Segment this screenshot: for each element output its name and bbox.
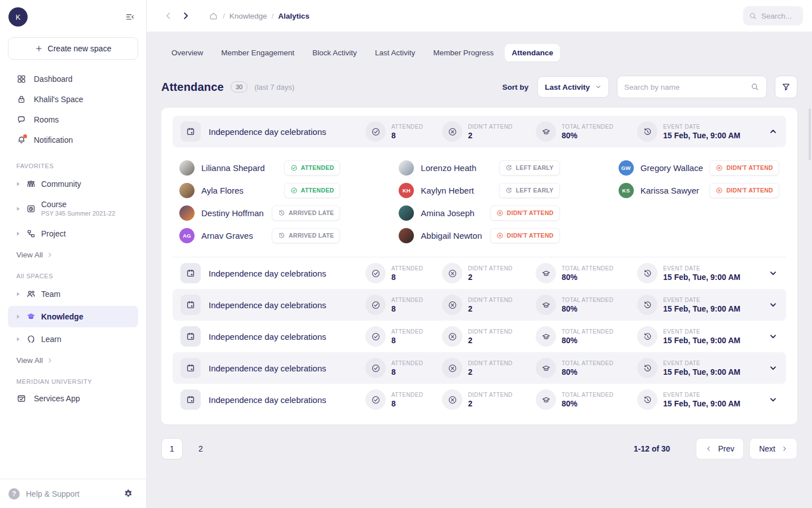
attendee-row: GW Gregory Wallace DIDN'T ATTEND <box>619 159 779 177</box>
filter-button[interactable] <box>775 76 797 98</box>
page-button-1[interactable]: 1 <box>161 438 183 459</box>
caret-right-icon <box>15 291 21 297</box>
event-row[interactable]: Independence day celebrations ATTENDED8 … <box>173 352 786 384</box>
filter-funnel-icon <box>781 82 791 92</box>
check-circle-icon <box>365 358 386 378</box>
sort-dropdown[interactable]: Last Activity <box>537 76 609 98</box>
chevron-down-icon[interactable] <box>768 268 778 278</box>
attendee-row: Destiny Hoffman ARRIVED LATE <box>179 204 340 222</box>
help-support-link[interactable]: ? Help & Support <box>8 488 80 500</box>
global-search-input[interactable] <box>761 12 796 20</box>
history-clock-icon <box>637 263 657 283</box>
sidebar-item-notification[interactable]: Notification <box>0 130 146 150</box>
sidebar-item-label: Services App <box>34 394 80 403</box>
status-badge: ATTENDED <box>284 160 341 176</box>
global-search[interactable] <box>743 6 803 25</box>
notification-dot <box>23 134 27 138</box>
status-badge: DIDN'T ATTEND <box>490 228 560 243</box>
pagination: 1 2 1-12 of 30 Prev Next <box>161 438 797 459</box>
chevron-down-icon[interactable] <box>768 300 778 310</box>
history-clock-icon <box>637 295 657 315</box>
breadcrumb-knowledge[interactable]: Knowledge <box>230 12 267 20</box>
chevron-down-icon[interactable] <box>768 331 778 341</box>
attendee-row: KS Karissa Sawyer DIDN'T ATTEND <box>619 181 779 199</box>
sidebar-item-community[interactable]: Community <box>0 173 138 195</box>
chevron-up-icon[interactable] <box>768 126 778 137</box>
tab-member-engagement[interactable]: Member Engagement <box>214 44 301 62</box>
tab-block-activity[interactable]: Block Activity <box>306 44 364 62</box>
sidebar-item-dashboard[interactable]: Dashboard <box>0 69 146 89</box>
caret-right-icon <box>15 181 21 187</box>
sidebar-item-khalils-space[interactable]: Khalil's Space <box>0 89 146 110</box>
sidebar-item-rooms[interactable]: Rooms <box>0 110 146 130</box>
tab-member-progress[interactable]: Member Progress <box>426 44 500 62</box>
event-row[interactable]: Independence day celebrations ATTENDED8 … <box>173 321 786 352</box>
sidebar-item-project[interactable]: Project <box>0 223 138 244</box>
check-circle-icon <box>365 389 386 410</box>
event-row[interactable]: Independence day celebrations ATTENDED8 … <box>173 384 786 415</box>
chevron-down-icon <box>595 84 602 90</box>
nav-back-icon[interactable] <box>161 8 176 23</box>
attendee-row: Ayla Flores ATTENDED <box>179 181 340 199</box>
tab-last-activity[interactable]: Last Activity <box>368 44 422 62</box>
course-icon <box>26 204 36 214</box>
name-search-input[interactable] <box>624 83 746 91</box>
avatar <box>179 160 195 176</box>
sidebar-item-team[interactable]: Team <box>0 283 138 305</box>
attendee-row: KH Kaylyn Hebert LEFT EARLY <box>399 181 559 199</box>
org-section-label: MERIDIAN UNIVERSITY <box>0 366 146 388</box>
chevron-down-icon[interactable] <box>768 395 778 405</box>
sidebar-item-learn[interactable]: Learn <box>0 329 138 350</box>
graduation-cap-outline-icon <box>536 389 556 410</box>
status-badge: ARRIVED LATE <box>272 205 340 221</box>
event-row-expanded[interactable]: Independence day celebrations ATTENDED8 … <box>173 116 786 147</box>
x-circle-icon <box>442 326 462 347</box>
check-circle-icon <box>365 326 386 347</box>
sidebar-item-course[interactable]: Course PSY 345 Summer 2021-22 <box>0 196 138 222</box>
status-badge: ATTENDED <box>284 183 341 198</box>
chat-icon <box>16 115 27 125</box>
period-label: (last 7 days) <box>254 83 294 91</box>
sidebar-item-label: Notification <box>34 135 73 144</box>
page-title: Attendance <box>161 81 224 94</box>
user-avatar[interactable]: K <box>8 7 28 27</box>
sidebar-collapse-icon[interactable] <box>125 12 135 22</box>
event-row[interactable]: Independence day celebrations ATTENDED8 … <box>173 257 786 289</box>
tab-overview[interactable]: Overview <box>165 44 210 62</box>
search-icon <box>751 82 760 91</box>
status-badge: DIDN'T ATTEND <box>709 160 779 176</box>
create-new-space-button[interactable]: Create new space <box>8 37 138 60</box>
name-search[interactable] <box>617 76 767 98</box>
nav-forward-icon[interactable] <box>178 8 193 23</box>
chevron-down-icon[interactable] <box>768 363 778 373</box>
help-support-label: Help & Support <box>26 489 80 498</box>
page-button-2[interactable]: 2 <box>198 444 203 453</box>
home-icon[interactable] <box>209 11 218 21</box>
avatar <box>399 228 414 243</box>
all-spaces-section-label: All SPACES <box>0 260 146 283</box>
scrollbar-thumb[interactable] <box>809 108 811 160</box>
tab-attendance[interactable]: Attendance <box>505 44 560 62</box>
x-circle-icon <box>496 232 504 239</box>
calendar-icon <box>180 358 201 378</box>
stat-attended: ATTENDED8 <box>365 121 434 142</box>
graduation-cap-icon <box>26 312 36 322</box>
x-circle-icon <box>496 209 504 217</box>
settings-gear-icon[interactable] <box>123 488 134 499</box>
plus-icon <box>35 45 43 52</box>
event-row[interactable]: Independence day celebrations ATTENDED8 … <box>173 289 786 321</box>
avatar <box>399 205 414 221</box>
count-badge: 30 <box>231 81 248 93</box>
sidebar-item-knowledge[interactable]: Knowledge <box>8 306 138 327</box>
event-title: Independence day celebrations <box>209 364 358 373</box>
favorites-view-all-link[interactable]: View All <box>0 245 146 260</box>
sidebar-item-label: Dashboard <box>34 75 73 84</box>
chevron-right-icon <box>47 357 53 364</box>
spaces-view-all-link[interactable]: View All <box>0 351 146 366</box>
next-button[interactable]: Next <box>749 438 797 459</box>
prev-button[interactable]: Prev <box>696 438 744 459</box>
help-icon: ? <box>8 488 20 500</box>
clock-icon <box>505 164 513 172</box>
sidebar-item-services-app[interactable]: Services App <box>0 388 146 409</box>
avatar: KS <box>619 183 634 198</box>
